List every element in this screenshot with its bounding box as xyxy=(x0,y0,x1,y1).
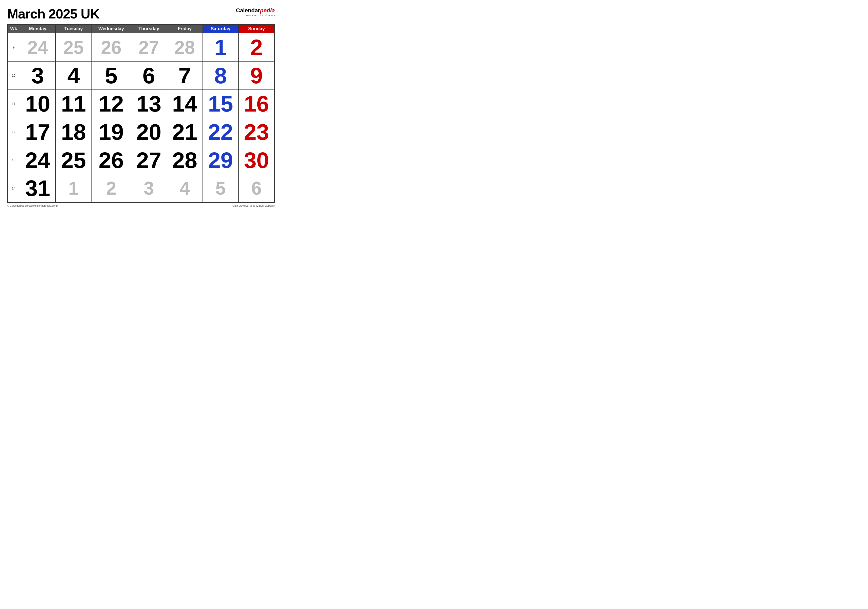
day-cell[interactable]: 26 xyxy=(91,146,131,174)
day-cell[interactable]: 28 xyxy=(167,146,203,174)
day-number: 23 xyxy=(239,121,274,143)
day-cell[interactable]: 5 xyxy=(203,174,239,203)
day-number: 22 xyxy=(203,121,239,143)
day-number: 18 xyxy=(56,121,91,143)
day-cell[interactable]: 26 xyxy=(91,33,131,62)
day-cell[interactable]: 20 xyxy=(131,118,167,146)
day-number: 8 xyxy=(203,64,239,87)
day-cell[interactable]: 9 xyxy=(239,62,274,90)
day-cell[interactable]: 7 xyxy=(167,62,203,90)
col-header-wk: Wk xyxy=(8,24,20,33)
day-number: 11 xyxy=(56,93,91,115)
day-number: 28 xyxy=(167,38,203,57)
day-number: 21 xyxy=(167,121,203,143)
day-number: 2 xyxy=(91,179,131,197)
day-number: 17 xyxy=(20,121,56,143)
day-cell[interactable]: 3 xyxy=(131,174,167,203)
day-cell[interactable]: 3 xyxy=(20,62,56,90)
day-number: 26 xyxy=(91,149,131,172)
day-number: 30 xyxy=(239,149,274,172)
day-cell[interactable]: 24 xyxy=(20,146,56,174)
day-number: 4 xyxy=(56,64,91,87)
wk-cell: 12 xyxy=(8,118,20,146)
day-cell[interactable]: 6 xyxy=(239,174,274,203)
day-number: 7 xyxy=(167,64,203,87)
day-cell[interactable]: 22 xyxy=(203,118,239,146)
day-cell[interactable]: 27 xyxy=(131,146,167,174)
col-header-wednesday: Wednesday xyxy=(91,24,131,33)
day-cell[interactable]: 6 xyxy=(131,62,167,90)
day-cell[interactable]: 14 xyxy=(167,90,203,118)
wk-cell: 11 xyxy=(8,90,20,118)
day-cell[interactable]: 12 xyxy=(91,90,131,118)
logo-accent: pedia xyxy=(260,7,275,14)
logo-text: Calendarpedia xyxy=(236,7,275,14)
wk-cell: 14 xyxy=(8,174,20,203)
day-number: 26 xyxy=(91,38,131,57)
day-number: 29 xyxy=(203,149,239,172)
day-cell[interactable]: 4 xyxy=(167,174,203,203)
day-number: 27 xyxy=(131,149,167,172)
day-number: 25 xyxy=(56,149,91,172)
col-header-sunday: Sunday xyxy=(239,24,274,33)
col-header-saturday: Saturday xyxy=(203,24,239,33)
day-number: 12 xyxy=(91,93,131,115)
day-number: 5 xyxy=(203,179,239,197)
day-number: 3 xyxy=(131,179,167,197)
day-cell[interactable]: 4 xyxy=(56,62,91,90)
day-cell[interactable]: 16 xyxy=(239,90,274,118)
day-cell[interactable]: 8 xyxy=(203,62,239,90)
footer: © Calendarpedia® www.calendarpedia.co.uk… xyxy=(7,204,275,207)
day-number: 24 xyxy=(20,149,56,172)
logo-area: Calendarpedia Your source for calendars xyxy=(236,7,275,17)
day-cell[interactable]: 15 xyxy=(203,90,239,118)
day-cell[interactable]: 10 xyxy=(20,90,56,118)
day-cell[interactable]: 28 xyxy=(167,33,203,62)
logo-main: Calendar xyxy=(236,7,260,14)
day-cell[interactable]: 23 xyxy=(239,118,274,146)
day-cell[interactable]: 13 xyxy=(131,90,167,118)
col-header-tuesday: Tuesday xyxy=(56,24,91,33)
footer-left: © Calendarpedia® www.calendarpedia.co.uk xyxy=(7,204,58,207)
day-cell[interactable]: 29 xyxy=(203,146,239,174)
day-cell[interactable]: 5 xyxy=(91,62,131,90)
day-cell[interactable]: 25 xyxy=(56,146,91,174)
day-cell[interactable]: 25 xyxy=(56,33,91,62)
day-number: 20 xyxy=(131,121,167,143)
col-header-monday: Monday xyxy=(20,24,56,33)
day-number: 6 xyxy=(239,179,274,197)
day-cell[interactable]: 18 xyxy=(56,118,91,146)
day-cell[interactable]: 1 xyxy=(203,33,239,62)
day-number: 6 xyxy=(131,64,167,87)
day-number: 1 xyxy=(56,179,91,197)
day-cell[interactable]: 1 xyxy=(56,174,91,203)
day-number: 1 xyxy=(203,36,239,59)
day-number: 25 xyxy=(56,38,91,57)
page-title: March 2025 UK xyxy=(7,6,99,22)
page-header: March 2025 UK Calendarpedia Your source … xyxy=(7,6,275,22)
day-cell[interactable]: 27 xyxy=(131,33,167,62)
col-header-thursday: Thursday xyxy=(131,24,167,33)
day-number: 16 xyxy=(239,93,274,115)
day-number: 2 xyxy=(239,36,274,59)
day-number: 19 xyxy=(91,121,131,143)
day-cell[interactable]: 2 xyxy=(239,33,274,62)
day-cell[interactable]: 31 xyxy=(20,174,56,203)
logo-tagline: Your source for calendars xyxy=(246,14,275,17)
day-number: 14 xyxy=(167,93,203,115)
day-cell[interactable]: 2 xyxy=(91,174,131,203)
day-number: 9 xyxy=(239,64,274,87)
day-cell[interactable]: 24 xyxy=(20,33,56,62)
day-cell[interactable]: 17 xyxy=(20,118,56,146)
col-header-friday: Friday xyxy=(167,24,203,33)
day-number: 5 xyxy=(91,64,131,87)
day-cell[interactable]: 11 xyxy=(56,90,91,118)
footer-right: Data provided 'as is' without warranty xyxy=(232,204,275,207)
day-number: 13 xyxy=(131,93,167,115)
day-number: 3 xyxy=(20,64,56,87)
day-cell[interactable]: 21 xyxy=(167,118,203,146)
wk-cell: 9 xyxy=(8,33,20,62)
day-cell[interactable]: 19 xyxy=(91,118,131,146)
day-number: 24 xyxy=(20,38,56,57)
day-cell[interactable]: 30 xyxy=(239,146,274,174)
